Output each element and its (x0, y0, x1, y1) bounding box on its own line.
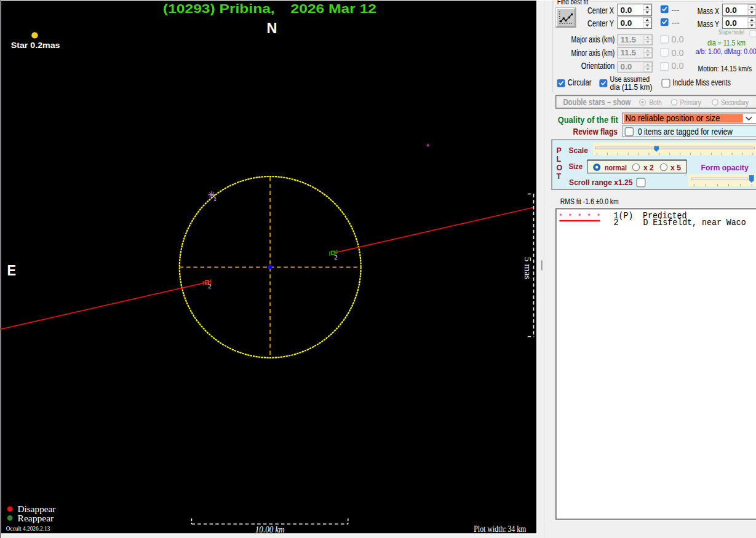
svg-text:P: P (557, 146, 562, 155)
svg-text:N: N (267, 20, 277, 36)
svg-text:Secondary: Secondary (721, 98, 749, 107)
svg-text:Plot width: 34 km: Plot width: 34 km (474, 524, 527, 534)
svg-text:Find best fit: Find best fit (557, 0, 589, 6)
svg-text:Motion: 14.15 km/s: Motion: 14.15 km/s (698, 64, 752, 73)
svg-text:Double stars – show: Double stars – show (563, 97, 631, 107)
svg-text:0.0: 0.0 (621, 6, 632, 15)
svg-text:Center Y: Center Y (587, 18, 614, 28)
svg-text:Disappear: Disappear (18, 504, 56, 514)
svg-text:a/b: 1.00, dMag: 0.00: a/b: 1.00, dMag: 0.00 (696, 47, 756, 56)
svg-text:Major axis (km): Major axis (km) (571, 34, 615, 44)
svg-text:2 D Eisfeldt, near Waco: 2 D Eisfeldt, near Waco (614, 218, 746, 227)
svg-text:0.0: 0.0 (621, 18, 632, 28)
svg-text:RMS fit -1.6 ±0.0 km: RMS fit -1.6 ±0.0 km (560, 197, 619, 206)
svg-text:No reliable position or size: No reliable position or size (626, 113, 720, 123)
svg-text:O: O (557, 164, 563, 172)
svg-text:E: E (7, 263, 17, 279)
svg-text:0 items are tagged for review: 0 items are tagged for review (638, 127, 733, 136)
svg-text:Scale: Scale (568, 146, 588, 155)
svg-text:L: L (557, 155, 562, 164)
svg-text:Scroll range x1.25: Scroll range x1.25 (569, 178, 632, 187)
svg-text:---: --- (672, 5, 680, 14)
svg-text:2: 2 (334, 253, 338, 261)
svg-text:1: 1 (213, 195, 217, 202)
svg-text:Mass Y: Mass Y (698, 19, 720, 29)
svg-text:x 5: x 5 (670, 163, 681, 172)
svg-text:0.0: 0.0 (672, 48, 684, 58)
svg-text:Primary: Primary (680, 98, 702, 107)
svg-text:Center X: Center X (587, 6, 614, 15)
svg-text:0.0: 0.0 (672, 61, 684, 71)
svg-text:dia (11.5 km): dia (11.5 km) (610, 83, 653, 92)
svg-text:10.00 km: 10.00 km (255, 525, 285, 534)
svg-text:normal: normal (605, 163, 627, 172)
svg-text:Minor axis (km): Minor axis (km) (571, 48, 615, 58)
svg-text:Form opacity: Form opacity (701, 163, 749, 172)
svg-text:Orientation: Orientation (581, 61, 615, 71)
svg-text:Circular: Circular (568, 77, 592, 87)
svg-text:Size: Size (568, 162, 583, 171)
svg-text:x 2: x 2 (643, 163, 654, 172)
svg-text:dia = 11.5 km: dia = 11.5 km (707, 38, 746, 47)
svg-text:Both: Both (649, 98, 661, 107)
svg-text:T: T (557, 172, 562, 181)
svg-text:---: --- (672, 18, 680, 27)
svg-text:(10293) Pribina, 2026 Mar 12: (10293) Pribina, 2026 Mar 12 (163, 2, 376, 15)
svg-text:Mass X: Mass X (698, 6, 720, 16)
svg-text:5 mas: 5 mas (523, 257, 532, 280)
svg-text:11.5: 11.5 (621, 35, 637, 44)
svg-text:0.0: 0.0 (725, 18, 737, 28)
svg-text:Quality of the fit: Quality of the fit (558, 115, 618, 125)
svg-text:Shape model: Shape model (718, 29, 744, 36)
svg-text:2: 2 (208, 282, 212, 290)
svg-text:0.0: 0.0 (725, 6, 737, 15)
svg-text:11.5: 11.5 (621, 48, 637, 57)
svg-text:Review flags: Review flags (573, 127, 618, 136)
svg-text:Occult 4.2026.2.13: Occult 4.2026.2.13 (6, 525, 50, 532)
svg-text:0.0: 0.0 (672, 34, 684, 44)
svg-text:Include Miss events: Include Miss events (672, 77, 731, 87)
svg-text:Reappear: Reappear (18, 513, 54, 523)
svg-text:0.0: 0.0 (621, 62, 632, 71)
svg-text:Star 0.2mas: Star 0.2mas (11, 41, 60, 50)
